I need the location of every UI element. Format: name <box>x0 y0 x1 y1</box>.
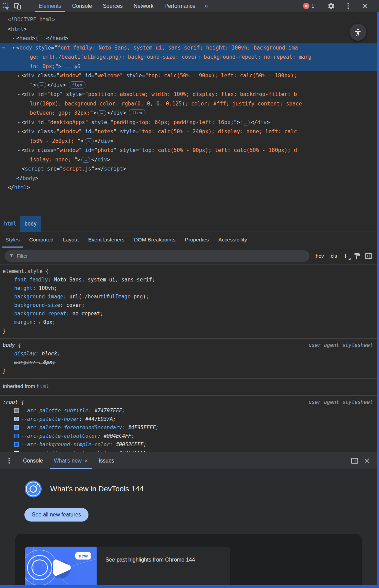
collapsed-content-icon[interactable]: … <box>81 157 90 163</box>
dom-node-line[interactable]: ▸<div class="window" id="welcome" style=… <box>0 71 377 81</box>
see-all-new-features-button[interactable]: See all new features <box>24 508 88 522</box>
dom-node-line[interactable]: <!DOCTYPE html> <box>0 15 377 25</box>
new-style-rule-button[interactable] <box>342 253 348 259</box>
tab-computed[interactable]: Computed <box>24 232 58 248</box>
highlights-card[interactable]: new See past highlights from Chrome 144 <box>15 534 362 585</box>
css-property[interactable]: height: 100vh; <box>3 284 377 293</box>
rule-selector[interactable]: element.style <box>3 268 42 274</box>
whats-new-title: What's new in DevTools 144 <box>50 485 144 493</box>
collapsed-content-icon[interactable]: … <box>241 120 250 125</box>
css-property[interactable]: --arc-palette-foregroundSecondary: #4F95… <box>3 424 377 432</box>
css-property[interactable]: margin: ▸ 0px; <box>3 318 377 327</box>
flex-badge[interactable]: flex <box>69 81 85 89</box>
css-rule: element.style {font-family: Noto Sans, s… <box>0 266 377 337</box>
tab-properties[interactable]: Properties <box>180 232 214 248</box>
css-property[interactable]: font-family: Noto Sans, system-ui, sans-… <box>3 276 377 284</box>
dom-node-line[interactable]: ge: url(./beautifulImage.png); backgroun… <box>0 53 377 62</box>
tab-console[interactable]: Console <box>67 0 98 12</box>
settings-gear-icon[interactable] <box>325 1 337 11</box>
css-property[interactable]: background-size: cover; <box>3 301 377 310</box>
tab-elements[interactable]: Elements <box>33 0 67 12</box>
more-panels-icon[interactable]: » <box>201 2 211 9</box>
dom-node-line[interactable]: ▸<div class="window" id="notes" style="t… <box>0 127 377 137</box>
drawer-tab-issues[interactable]: Issues <box>93 452 120 469</box>
expand-arrow-icon[interactable]: ▾ <box>11 43 16 53</box>
expand-arrow-icon[interactable]: ▸ <box>16 146 22 155</box>
highlights-card-text[interactable]: See past highlights from Chrome 144 <box>97 547 230 585</box>
tab-dom-breakpoints[interactable]: DOM Breakpoints <box>129 232 180 248</box>
crumb-html[interactable]: html <box>0 216 20 232</box>
css-property[interactable]: margin: ▸ 8px; <box>3 358 377 367</box>
dom-node-line[interactable]: </html> <box>0 183 377 193</box>
more-options-kebab-icon[interactable] <box>342 1 354 11</box>
css-property[interactable]: background-image: url(./beautifulImage.p… <box>3 293 377 301</box>
tab-styles[interactable]: Styles <box>1 232 24 248</box>
css-property[interactable]: background-repeat: no-repeat; <box>3 310 377 318</box>
dom-node-line[interactable]: ▸<div class="window" id="photo" style="t… <box>0 146 377 155</box>
device-toolbar-icon[interactable] <box>12 1 23 11</box>
toggle-sidebar-button[interactable] <box>365 253 372 259</box>
dom-node-line[interactable]: in: 0px;"> == $0 <box>0 62 377 72</box>
accessibility-fab-button[interactable] <box>350 24 366 41</box>
drawer-tab-what-s-new[interactable]: What's new× <box>48 452 93 469</box>
tab-network[interactable]: Network <box>128 0 159 12</box>
color-swatch[interactable] <box>14 417 19 421</box>
expand-arrow-icon[interactable]: ▸ <box>11 34 16 43</box>
color-swatch[interactable] <box>14 434 19 438</box>
css-property[interactable]: --arc-palette-hover: #447ED37A; <box>3 415 377 424</box>
pseudo-class-toggle[interactable]: :hov <box>314 253 324 259</box>
close-devtools-icon[interactable] <box>359 1 371 11</box>
dom-node-line[interactable]: </body> <box>0 174 377 183</box>
inherited-target-link[interactable]: html <box>37 383 49 389</box>
dom-node-line[interactable]: <script src="script.js"></script> <box>0 164 377 174</box>
dom-node-line[interactable]: between; gap: 32px;">…</div>flex <box>0 109 377 118</box>
tab-accessibility[interactable]: Accessibility <box>214 232 252 248</box>
color-swatch[interactable] <box>14 425 19 430</box>
dom-node-line[interactable]: (50% - 260px); ">…</div> <box>0 137 377 146</box>
css-property[interactable]: --arc-palette-maxContrastColor: #E8F1FFF… <box>3 449 377 452</box>
split-panel-icon[interactable] <box>351 457 358 464</box>
styles-filter-input[interactable]: Filter <box>5 250 310 262</box>
tab-sources[interactable]: Sources <box>97 0 128 12</box>
rule-selector[interactable]: :root <box>3 399 18 405</box>
flex-badge[interactable]: flex <box>129 109 145 116</box>
dom-node-line[interactable]: lur(10px); background-color: rgba(0, 0, … <box>0 99 377 109</box>
dom-node-line[interactable]: ▸<div id="top" style="position: absolute… <box>0 90 377 99</box>
collapsed-content-icon[interactable]: … <box>85 138 94 144</box>
crumb-body[interactable]: body <box>20 216 41 232</box>
color-swatch[interactable] <box>14 408 19 413</box>
dom-node-line[interactable]: ">…</div>flex <box>0 81 377 90</box>
rule-selector[interactable]: body <box>3 342 15 348</box>
dom-node-line[interactable]: ▸<div id="desktopApps" style="padding-to… <box>0 118 377 128</box>
tab-performance[interactable]: Performance <box>159 0 201 12</box>
inspect-element-icon[interactable] <box>0 1 12 11</box>
expand-arrow-icon[interactable]: ▸ <box>16 127 22 137</box>
drawer-kebab-icon[interactable] <box>3 458 15 464</box>
expand-arrow-icon[interactable]: ▸ <box>16 71 22 81</box>
close-tab-icon[interactable]: × <box>84 457 88 464</box>
dom-node-line[interactable]: isplay: none; ">…</div> <box>0 155 377 165</box>
node-options-handle[interactable]: ⋯ <box>2 43 5 53</box>
dom-node-line[interactable]: ⋯▾<body style="font-family: Noto Sans, s… <box>0 43 377 53</box>
collapsed-content-icon[interactable]: … <box>37 82 46 88</box>
css-property[interactable]: --arc-palette-cutoutColor: #004EC4FF; <box>3 432 377 440</box>
tab-event-listeners[interactable]: Event Listeners <box>83 232 129 248</box>
expand-arrow-icon[interactable]: ▸ <box>16 118 22 128</box>
dom-node-line[interactable]: <html> <box>0 25 377 34</box>
error-badge[interactable]: 1 <box>303 3 314 9</box>
close-drawer-icon[interactable] <box>364 458 370 463</box>
video-thumbnail[interactable]: new <box>25 547 97 585</box>
collapsed-content-icon[interactable]: … <box>36 36 45 41</box>
css-property[interactable]: display: block; <box>3 350 377 358</box>
color-swatch[interactable] <box>14 451 19 452</box>
collapsed-content-icon[interactable]: … <box>97 110 106 116</box>
drawer-tab-console[interactable]: Console <box>18 452 48 469</box>
expand-arrow-icon[interactable]: ▸ <box>16 90 22 99</box>
element-classes-toggle[interactable]: .cls <box>329 253 338 259</box>
css-property[interactable]: --arc-palette-subtitle: #74797FFF; <box>3 407 377 415</box>
dom-node-line[interactable]: ▸<head>…</head> <box>0 34 377 43</box>
css-property[interactable]: --arc-background-simple-color: #0052CEFF… <box>3 440 377 449</box>
tab-layout[interactable]: Layout <box>58 232 84 248</box>
color-swatch[interactable] <box>14 442 19 447</box>
rendering-emulation-button[interactable] <box>353 252 361 260</box>
